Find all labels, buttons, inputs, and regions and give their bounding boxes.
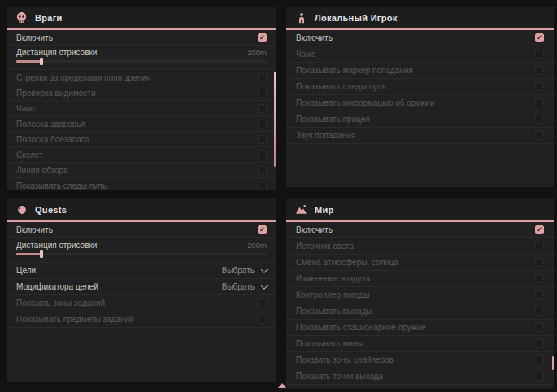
slider-value: 200m <box>247 241 267 250</box>
checkbox[interactable] <box>535 355 544 364</box>
row-label: Цели <box>16 266 36 275</box>
settings-row[interactable]: Чамс <box>286 46 554 63</box>
checkbox[interactable] <box>258 298 267 307</box>
checkbox[interactable] <box>535 339 544 348</box>
checkbox[interactable] <box>258 315 267 324</box>
scrollbar[interactable] <box>552 356 555 370</box>
checkbox[interactable]: ✓ <box>258 225 267 234</box>
checkbox[interactable] <box>535 372 544 381</box>
panel-local-player-header[interactable]: Локальный Игрок <box>286 7 554 30</box>
checkbox[interactable] <box>258 120 267 128</box>
row-label: Полоска боезапаса <box>16 135 89 144</box>
row-label: Включить <box>296 33 333 42</box>
checkbox[interactable] <box>535 50 544 59</box>
settings-row[interactable]: Стрелки за пределами поля зрения <box>7 70 276 85</box>
settings-row[interactable]: Включить✓ <box>286 30 554 46</box>
settings-row[interactable]: Показывать стационарное оружие <box>286 320 554 336</box>
row-label: Показывать предметы заданий <box>16 315 134 324</box>
row-label: Показывать следы пуль <box>296 82 386 91</box>
slider-thumb[interactable] <box>40 58 43 65</box>
panel-title: Мир <box>315 205 334 215</box>
slider-label-line: Дистанция отрисовки200m <box>16 241 267 250</box>
skull-icon <box>15 11 28 24</box>
settings-row[interactable]: Смена атмосферы: солнца <box>286 255 554 271</box>
scrollbar[interactable] <box>274 72 276 167</box>
slider-fill <box>16 60 41 63</box>
chevron-down-icon <box>261 282 268 289</box>
settings-row[interactable]: Показать точки выхода <box>286 368 554 385</box>
settings-row[interactable]: Показать зоны снайперов <box>286 352 554 368</box>
checkbox[interactable] <box>535 290 544 299</box>
checkbox[interactable] <box>535 98 544 107</box>
settings-row[interactable]: Чамс <box>7 101 276 116</box>
checkbox[interactable] <box>535 131 544 140</box>
row-label: Чамс <box>16 104 36 113</box>
panel-quests-header[interactable]: Quests <box>7 198 276 222</box>
panel-title: Враги <box>35 13 63 23</box>
checkbox[interactable] <box>535 242 544 250</box>
slider-thumb[interactable] <box>40 250 43 258</box>
render-distance-slider[interactable] <box>16 253 267 255</box>
settings-row[interactable]: Показывать маркер попадания <box>286 63 554 79</box>
settings-row[interactable]: Показывать прицел <box>286 111 554 128</box>
settings-row[interactable]: Звук попадания <box>286 128 554 144</box>
row-label: Скелет <box>16 150 43 159</box>
checkbox[interactable] <box>535 66 544 75</box>
row-label: Модификатора целей <box>16 282 98 291</box>
settings-row[interactable]: Показывать следы пуль <box>7 178 276 190</box>
checkbox[interactable]: ✓ <box>535 225 544 234</box>
settings-row[interactable]: Скелет <box>7 147 276 163</box>
checkbox[interactable] <box>535 115 544 124</box>
settings-row[interactable]: Включить✓ <box>7 30 276 46</box>
mountains-icon <box>295 203 307 216</box>
checkbox[interactable] <box>258 73 267 82</box>
settings-row[interactable]: Показывать мины <box>286 336 554 352</box>
row-label: Показывать мины <box>296 339 363 348</box>
settings-row[interactable]: Показать зоны заданий <box>7 295 276 311</box>
settings-row[interactable]: Включить✓ <box>286 222 554 238</box>
settings-row[interactable]: Источник света <box>286 238 554 255</box>
settings-row[interactable]: Дистанция отрисовки200m <box>7 46 276 70</box>
settings-row[interactable]: Показывать предметы заданий <box>7 311 276 328</box>
settings-row[interactable]: Показывать выходы <box>286 303 554 320</box>
panel-world-header[interactable]: Мир <box>286 198 554 222</box>
settings-row[interactable]: Показывать информацию об оружии <box>286 95 554 111</box>
scroll-indicator-icon <box>278 383 286 388</box>
checkbox[interactable] <box>258 104 267 113</box>
row-label: Линия обзора <box>16 166 68 175</box>
dropdown-value: Выбрать <box>222 282 255 291</box>
checkbox[interactable] <box>535 258 544 267</box>
checkbox[interactable] <box>535 274 544 283</box>
render-distance-slider[interactable] <box>16 60 267 63</box>
settings-row[interactable]: Полоска боезапаса <box>7 132 276 147</box>
row-label: Смена атмосферы: солнца <box>296 258 398 267</box>
settings-row[interactable]: Полоска здоровья <box>7 116 276 132</box>
row-label: Показать точки выхода <box>296 372 383 381</box>
panel-enemies-header[interactable]: Враги <box>7 7 276 30</box>
row-label: Чамс <box>296 50 315 59</box>
checkbox[interactable] <box>258 135 267 144</box>
settings-row[interactable]: ЦелиВыбрать <box>7 263 276 279</box>
row-label: Включить <box>16 33 53 42</box>
checkbox[interactable] <box>258 150 267 159</box>
dropdown[interactable]: Выбрать <box>222 282 267 291</box>
settings-row[interactable]: Контроллер погоды <box>286 287 554 303</box>
checkbox[interactable] <box>258 166 267 175</box>
panel-title: Quests <box>35 205 67 215</box>
dropdown[interactable]: Выбрать <box>222 266 267 275</box>
checkbox[interactable] <box>258 181 267 190</box>
checkbox[interactable] <box>535 82 544 91</box>
checkbox[interactable] <box>535 307 544 316</box>
checkbox[interactable]: ✓ <box>535 33 544 42</box>
checkbox[interactable] <box>258 89 267 98</box>
settings-row[interactable]: Показывать следы пуль <box>286 79 554 95</box>
settings-row[interactable]: Линия обзора <box>7 163 276 178</box>
checkbox[interactable]: ✓ <box>258 33 267 42</box>
settings-row[interactable]: Включить✓ <box>7 222 276 238</box>
checkbox[interactable] <box>535 323 544 332</box>
row-label: Показывать информацию об оружии <box>296 98 434 107</box>
settings-row[interactable]: Дистанция отрисовки200m <box>7 238 276 263</box>
settings-row[interactable]: Проверка видимости <box>7 85 276 101</box>
settings-row[interactable]: Модификатора целейВыбрать <box>7 279 276 295</box>
settings-row[interactable]: Изменение воздуха <box>286 271 554 287</box>
